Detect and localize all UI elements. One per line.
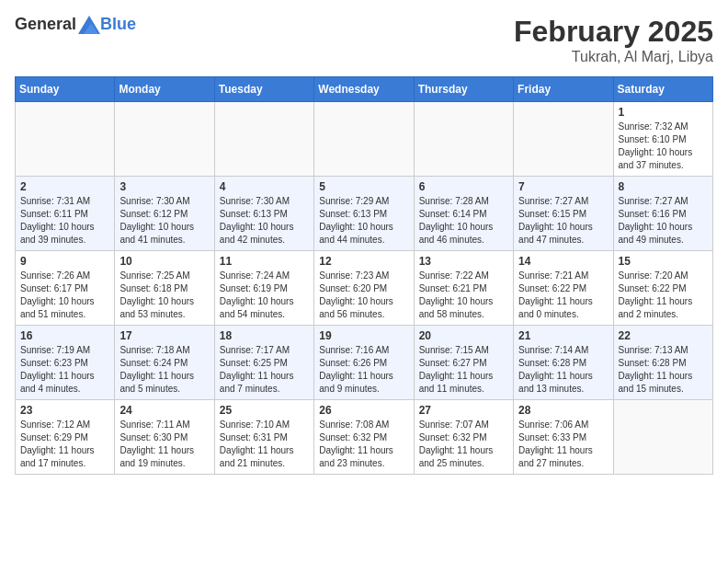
calendar-cell: 10Sunrise: 7:25 AM Sunset: 6:18 PM Dayli… <box>115 251 214 326</box>
title-block: February 2025 Tukrah, Al Marj, Libya <box>514 15 713 65</box>
day-info: Sunrise: 7:28 AM Sunset: 6:14 PM Dayligh… <box>419 195 508 247</box>
logo-icon <box>78 16 100 34</box>
day-number: 20 <box>419 329 508 342</box>
day-info: Sunrise: 7:19 AM Sunset: 6:23 PM Dayligh… <box>20 344 109 396</box>
calendar-cell: 3Sunrise: 7:30 AM Sunset: 6:12 PM Daylig… <box>115 177 214 251</box>
weekday-header-tuesday: Tuesday <box>214 77 313 102</box>
weekday-header-row: SundayMondayTuesdayWednesdayThursdayFrid… <box>16 77 713 102</box>
day-number: 22 <box>619 329 708 342</box>
day-number: 23 <box>20 404 109 417</box>
day-info: Sunrise: 7:16 AM Sunset: 6:26 PM Dayligh… <box>319 344 408 396</box>
day-number: 19 <box>319 329 408 342</box>
calendar-cell: 28Sunrise: 7:06 AM Sunset: 6:33 PM Dayli… <box>514 400 613 475</box>
calendar-cell: 11Sunrise: 7:24 AM Sunset: 6:19 PM Dayli… <box>214 251 313 326</box>
calendar-cell: 27Sunrise: 7:07 AM Sunset: 6:32 PM Dayli… <box>414 400 513 475</box>
month-title: February 2025 <box>514 15 713 49</box>
day-number: 5 <box>319 180 408 193</box>
day-number: 28 <box>518 404 608 417</box>
day-number: 8 <box>619 180 708 193</box>
day-number: 11 <box>220 255 309 268</box>
location-title: Tukrah, Al Marj, Libya <box>514 49 713 65</box>
calendar-cell: 12Sunrise: 7:23 AM Sunset: 6:20 PM Dayli… <box>314 251 414 326</box>
weekday-header-thursday: Thursday <box>414 77 513 102</box>
calendar-cell: 16Sunrise: 7:19 AM Sunset: 6:23 PM Dayli… <box>16 326 115 400</box>
day-number: 2 <box>20 180 109 193</box>
day-info: Sunrise: 7:24 AM Sunset: 6:19 PM Dayligh… <box>220 270 309 321</box>
day-info: Sunrise: 7:31 AM Sunset: 6:11 PM Dayligh… <box>20 195 109 247</box>
day-info: Sunrise: 7:30 AM Sunset: 6:12 PM Dayligh… <box>119 195 209 247</box>
day-info: Sunrise: 7:26 AM Sunset: 6:17 PM Dayligh… <box>20 270 109 321</box>
day-info: Sunrise: 7:18 AM Sunset: 6:24 PM Dayligh… <box>119 344 209 396</box>
calendar-cell: 2Sunrise: 7:31 AM Sunset: 6:11 PM Daylig… <box>16 177 115 251</box>
day-number: 27 <box>419 404 508 417</box>
day-number: 1 <box>619 106 708 119</box>
day-number: 21 <box>518 329 608 342</box>
day-info: Sunrise: 7:15 AM Sunset: 6:27 PM Dayligh… <box>419 344 508 396</box>
day-number: 14 <box>518 255 608 268</box>
calendar-cell <box>414 102 513 177</box>
weekday-header-wednesday: Wednesday <box>314 77 414 102</box>
calendar-cell <box>314 102 414 177</box>
logo-blue: Blue <box>100 15 136 34</box>
calendar-cell: 1Sunrise: 7:32 AM Sunset: 6:10 PM Daylig… <box>613 102 712 177</box>
day-info: Sunrise: 7:12 AM Sunset: 6:29 PM Dayligh… <box>20 419 109 470</box>
day-info: Sunrise: 7:13 AM Sunset: 6:28 PM Dayligh… <box>619 344 708 396</box>
calendar-week-row: 1Sunrise: 7:32 AM Sunset: 6:10 PM Daylig… <box>16 102 713 177</box>
day-number: 18 <box>220 329 309 342</box>
day-number: 16 <box>20 329 109 342</box>
calendar-cell <box>115 102 214 177</box>
page-header: General Blue February 2025 Tukrah, Al Ma… <box>15 15 713 65</box>
day-info: Sunrise: 7:08 AM Sunset: 6:32 PM Dayligh… <box>319 419 408 470</box>
calendar-cell: 26Sunrise: 7:08 AM Sunset: 6:32 PM Dayli… <box>314 400 414 475</box>
calendar-cell <box>16 102 115 177</box>
calendar-cell: 24Sunrise: 7:11 AM Sunset: 6:30 PM Dayli… <box>115 400 214 475</box>
logo-general: General <box>15 15 76 34</box>
day-info: Sunrise: 7:23 AM Sunset: 6:20 PM Dayligh… <box>319 270 408 321</box>
logo: General Blue <box>15 15 136 34</box>
day-number: 10 <box>119 255 209 268</box>
day-number: 6 <box>419 180 508 193</box>
calendar-cell <box>214 102 313 177</box>
day-number: 4 <box>220 180 309 193</box>
calendar-cell: 20Sunrise: 7:15 AM Sunset: 6:27 PM Dayli… <box>414 326 513 400</box>
day-info: Sunrise: 7:11 AM Sunset: 6:30 PM Dayligh… <box>119 419 209 470</box>
calendar-cell: 17Sunrise: 7:18 AM Sunset: 6:24 PM Dayli… <box>115 326 214 400</box>
calendar-cell: 15Sunrise: 7:20 AM Sunset: 6:22 PM Dayli… <box>613 251 712 326</box>
day-number: 3 <box>119 180 209 193</box>
day-info: Sunrise: 7:32 AM Sunset: 6:10 PM Dayligh… <box>619 121 708 172</box>
day-info: Sunrise: 7:25 AM Sunset: 6:18 PM Dayligh… <box>119 270 209 321</box>
day-info: Sunrise: 7:10 AM Sunset: 6:31 PM Dayligh… <box>220 419 309 470</box>
calendar-cell: 7Sunrise: 7:27 AM Sunset: 6:15 PM Daylig… <box>514 177 613 251</box>
calendar-cell: 23Sunrise: 7:12 AM Sunset: 6:29 PM Dayli… <box>16 400 115 475</box>
calendar-cell: 25Sunrise: 7:10 AM Sunset: 6:31 PM Dayli… <box>214 400 313 475</box>
day-info: Sunrise: 7:14 AM Sunset: 6:28 PM Dayligh… <box>518 344 608 396</box>
calendar-week-row: 23Sunrise: 7:12 AM Sunset: 6:29 PM Dayli… <box>16 400 713 475</box>
day-number: 12 <box>319 255 408 268</box>
calendar-cell: 14Sunrise: 7:21 AM Sunset: 6:22 PM Dayli… <box>514 251 613 326</box>
day-number: 9 <box>20 255 109 268</box>
day-info: Sunrise: 7:17 AM Sunset: 6:25 PM Dayligh… <box>220 344 309 396</box>
day-info: Sunrise: 7:20 AM Sunset: 6:22 PM Dayligh… <box>619 270 708 321</box>
calendar-cell: 8Sunrise: 7:27 AM Sunset: 6:16 PM Daylig… <box>613 177 712 251</box>
calendar-cell <box>613 400 712 475</box>
calendar-cell: 22Sunrise: 7:13 AM Sunset: 6:28 PM Dayli… <box>613 326 712 400</box>
calendar-cell: 5Sunrise: 7:29 AM Sunset: 6:13 PM Daylig… <box>314 177 414 251</box>
weekday-header-monday: Monday <box>115 77 214 102</box>
day-number: 25 <box>220 404 309 417</box>
day-info: Sunrise: 7:22 AM Sunset: 6:21 PM Dayligh… <box>419 270 508 321</box>
day-info: Sunrise: 7:29 AM Sunset: 6:13 PM Dayligh… <box>319 195 408 247</box>
day-number: 26 <box>319 404 408 417</box>
weekday-header-friday: Friday <box>514 77 613 102</box>
day-info: Sunrise: 7:27 AM Sunset: 6:16 PM Dayligh… <box>619 195 708 247</box>
day-number: 13 <box>419 255 508 268</box>
calendar-week-row: 2Sunrise: 7:31 AM Sunset: 6:11 PM Daylig… <box>16 177 713 251</box>
day-number: 7 <box>518 180 608 193</box>
day-number: 15 <box>619 255 708 268</box>
calendar-cell: 18Sunrise: 7:17 AM Sunset: 6:25 PM Dayli… <box>214 326 313 400</box>
calendar-table: SundayMondayTuesdayWednesdayThursdayFrid… <box>15 76 713 475</box>
calendar-cell: 13Sunrise: 7:22 AM Sunset: 6:21 PM Dayli… <box>414 251 513 326</box>
calendar-cell: 21Sunrise: 7:14 AM Sunset: 6:28 PM Dayli… <box>514 326 613 400</box>
calendar-cell: 6Sunrise: 7:28 AM Sunset: 6:14 PM Daylig… <box>414 177 513 251</box>
day-info: Sunrise: 7:06 AM Sunset: 6:33 PM Dayligh… <box>518 419 608 470</box>
calendar-week-row: 16Sunrise: 7:19 AM Sunset: 6:23 PM Dayli… <box>16 326 713 400</box>
